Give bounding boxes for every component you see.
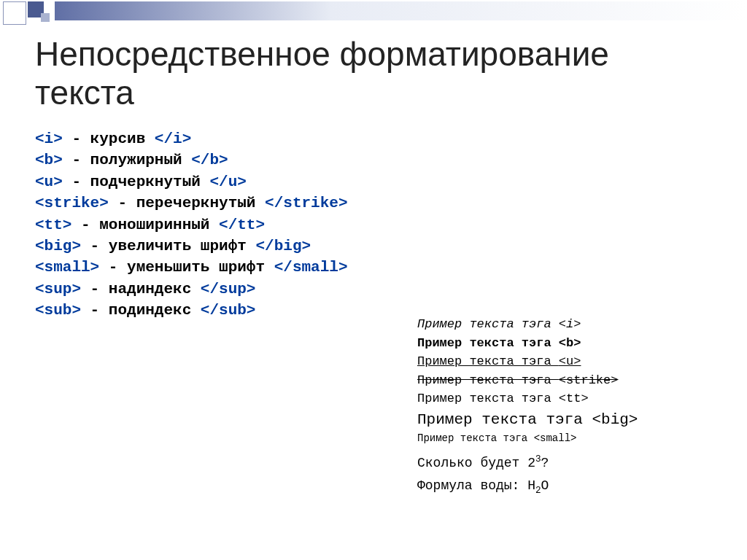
example-prefix: Пример текста тэга <box>417 411 592 428</box>
tag-open: <sup> <box>35 281 81 298</box>
example-prefix: Пример текста тэга <box>417 392 559 405</box>
example-list: Пример текста тэга <i>Пример текста тэга… <box>417 315 731 446</box>
tag-row: <i> - курсив </i> <box>35 128 348 149</box>
example-prefix: Пример текста тэга <box>417 336 559 350</box>
tag-row: <big> - увеличить шрифт </big> <box>35 236 348 257</box>
tag-desc: - надиндекс <box>81 281 201 298</box>
sub-example-suffix: O <box>541 478 549 493</box>
tag-row: <u> - подчеркнутый </u> <box>35 171 348 192</box>
tag-row: <tt> - моноширинный </tt> <box>35 214 348 236</box>
tag-desc: - полужирный <box>63 152 191 168</box>
example-row: Пример текста тэга <tt> <box>417 389 731 408</box>
tag-close: </u> <box>209 174 246 190</box>
example-row: Пример текста тэга <small> <box>417 431 731 446</box>
tag-close: </b> <box>191 152 228 168</box>
example-tag: <small> <box>534 432 577 444</box>
tag-close: </strike> <box>265 195 347 211</box>
decor-gradient <box>55 1 747 20</box>
tag-desc: - подиндекс <box>81 302 201 319</box>
slide-top-decor <box>0 0 747 23</box>
tag-desc: - перечеркнутый <box>109 195 265 211</box>
tag-row: <sup> - надиндекс </sup> <box>35 279 348 300</box>
example-row: Пример текста тэга <strike> <box>417 371 731 390</box>
example-tag: <b> <box>559 336 581 350</box>
slide-title: Непосредственное форматирование текста <box>35 35 692 112</box>
sub-value: 2 <box>535 485 541 495</box>
decor-square-light <box>41 13 50 22</box>
example-prefix: Пример текста тэга <box>417 373 559 387</box>
tag-close: </tt> <box>219 217 265 233</box>
tag-desc: - курсив <box>63 131 155 147</box>
example-tag: <u> <box>559 354 581 368</box>
tag-open: <big> <box>35 238 81 254</box>
tag-open: <u> <box>35 174 63 190</box>
tag-desc: - уменьшить шрифт <box>99 259 274 276</box>
example-tag: <big> <box>592 411 638 428</box>
tag-row: <b> - полужирный </b> <box>35 149 348 171</box>
tag-row: <sub> - подиндекс </sub> <box>35 300 348 321</box>
tag-close: </i> <box>155 131 191 147</box>
example-prefix: Пример текста тэга <box>417 354 559 368</box>
tag-open: <strike> <box>35 195 109 211</box>
tag-close: </small> <box>274 259 348 276</box>
tag-close: </sup> <box>201 281 256 298</box>
tag-open: <b> <box>35 152 63 168</box>
tag-open: <i> <box>35 131 63 147</box>
tag-open: <sub> <box>35 302 81 319</box>
tag-row: <small> - уменьшить шрифт </small> <box>35 257 348 278</box>
sup-example: Сколько будет 23? <box>417 452 549 475</box>
sub-example-prefix: Формула воды: H <box>417 478 535 493</box>
tag-close: </sub> <box>201 302 256 319</box>
tag-close: </big> <box>255 238 311 254</box>
sup-sub-examples: Сколько будет 23? Формула воды: H2O <box>417 452 549 499</box>
example-prefix: Пример текста тэга <box>417 432 534 444</box>
tag-row: <strike> - перечеркнутый </strike> <box>35 192 348 214</box>
sup-example-prefix: Сколько будет 2 <box>417 456 535 470</box>
example-row: Пример текста тэга <i> <box>417 315 731 334</box>
decor-square-outline <box>3 1 26 25</box>
tag-desc: - подчеркнутый <box>63 174 210 190</box>
sub-example: Формула воды: H2O <box>417 475 549 499</box>
tag-open: <small> <box>35 259 99 276</box>
tag-desc: - увеличить шрифт <box>81 238 255 254</box>
example-tag: <i> <box>559 317 581 331</box>
tag-list: <i> - курсив </i><b> - полужирный </b><u… <box>35 128 348 322</box>
tag-open: <tt> <box>35 217 71 233</box>
example-row: Пример текста тэга <b> <box>417 334 731 353</box>
example-tag: <tt> <box>559 392 589 405</box>
sup-example-suffix: ? <box>541 456 549 470</box>
example-row: Пример текста тэга <big> <box>417 408 731 432</box>
example-row: Пример текста тэга <u> <box>417 352 731 371</box>
example-prefix: Пример текста тэга <box>417 317 559 331</box>
example-tag: <strike> <box>559 373 619 387</box>
sup-value: 3 <box>535 454 541 464</box>
tag-desc: - моноширинный <box>71 217 219 233</box>
